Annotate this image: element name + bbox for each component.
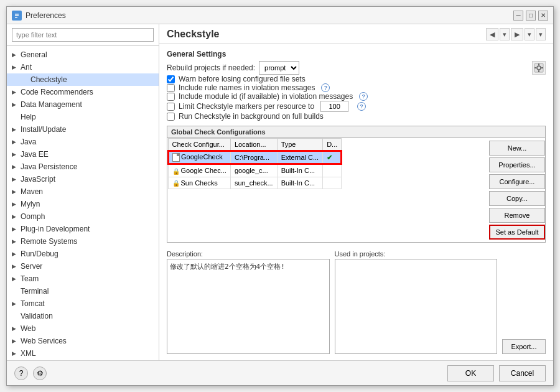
- tree-item-label: Ant: [21, 63, 154, 72]
- used-in-textarea[interactable]: [335, 259, 498, 354]
- tree-item-tomcat[interactable]: ▶Tomcat: [7, 297, 159, 310]
- tree-arrow: ▶: [12, 350, 19, 357]
- run-background-label: Run Checkstyle in background on full bui…: [179, 112, 324, 121]
- close-button[interactable]: ✕: [538, 11, 548, 21]
- general-settings-section: General Settings Rebuild projects if nee…: [167, 50, 546, 121]
- limit-value-input[interactable]: [320, 101, 348, 112]
- tree-arrow: ▶: [12, 189, 19, 195]
- tree-item-javapersistence[interactable]: ▶Java Persistence: [7, 161, 159, 173]
- tree-item-label: Team: [21, 274, 154, 283]
- tree-arrow: ▶: [12, 338, 19, 344]
- tree-arrow: ▶: [12, 89, 19, 95]
- window-controls: ─ □ ✕: [513, 11, 548, 21]
- tree-item-label: Java: [21, 138, 154, 146]
- tree-item-xml[interactable]: ▶XML: [7, 347, 159, 360]
- copy-button[interactable]: Copy...: [489, 191, 545, 206]
- remove-button[interactable]: Remove: [489, 208, 545, 223]
- rebuild-select[interactable]: promptneveralways: [259, 61, 299, 75]
- tree-area: ▶General▶AntCheckstyle▶Code Recommenders…: [7, 46, 159, 360]
- tree-arrow: ▶: [12, 176, 19, 182]
- tree-item-plug-indevelopment[interactable]: ▶Plug-in Development: [7, 223, 159, 235]
- svg-rect-9: [541, 67, 543, 68]
- tree-item-terminal[interactable]: Terminal: [7, 285, 159, 297]
- run-background-checkbox[interactable]: [167, 113, 175, 121]
- bottom-left-buttons: ? ⚙: [14, 366, 47, 380]
- rule-names-help-icon[interactable]: ?: [321, 83, 330, 92]
- tree-item-java[interactable]: ▶Java: [7, 136, 159, 148]
- col-header: D...: [323, 139, 342, 151]
- used-in-box: Used in projects:: [335, 250, 498, 354]
- tree-item-ant[interactable]: ▶Ant: [7, 61, 159, 73]
- nav-buttons: ◀ ▾ ▶ ▾ ▾: [486, 28, 546, 40]
- tree-item-checkstyle[interactable]: Checkstyle: [7, 73, 159, 86]
- nav-forward-button[interactable]: ▶: [511, 28, 523, 40]
- limit-help-icon[interactable]: ?: [357, 102, 366, 111]
- tree-item-web[interactable]: ▶Web: [7, 322, 159, 335]
- tree-item-datamanagement[interactable]: ▶Data Management: [7, 98, 159, 111]
- used-in-label: Used in projects:: [335, 250, 498, 258]
- description-box: Description:: [167, 250, 330, 354]
- tree-arrow: ▶: [12, 263, 19, 269]
- warn-row: Warn before losing configured file sets: [167, 75, 546, 83]
- tree-item-run-debug[interactable]: ▶Run/Debug: [7, 248, 159, 260]
- include-module-id-checkbox[interactable]: [167, 93, 175, 101]
- tree-item-label: Code Recommenders: [21, 88, 154, 96]
- svg-rect-1: [15, 14, 19, 15]
- tree-item-label: XML: [21, 349, 154, 358]
- nav-back-button[interactable]: ◀: [486, 28, 498, 40]
- tree-arrow: ▶: [12, 64, 19, 70]
- filter-box: [7, 24, 159, 46]
- cell-name: 🔒Google Chec...: [168, 164, 230, 177]
- minimize-button[interactable]: ─: [513, 11, 523, 21]
- cancel-button[interactable]: Cancel: [499, 365, 546, 381]
- filter-input[interactable]: [12, 28, 154, 42]
- svg-rect-7: [538, 70, 539, 72]
- tree-item-javaee[interactable]: ▶Java EE: [7, 148, 159, 161]
- tree-item-maven[interactable]: ▶Maven: [7, 185, 159, 198]
- maximize-button[interactable]: □: [526, 11, 536, 21]
- include-rule-names-checkbox[interactable]: [167, 84, 175, 92]
- tree-item-label: JavaScript: [21, 175, 154, 184]
- ok-button[interactable]: OK: [447, 365, 494, 381]
- tree-item-coderecommenders[interactable]: ▶Code Recommenders: [7, 86, 159, 98]
- tree-item-webservices[interactable]: ▶Web Services: [7, 335, 159, 347]
- table-row[interactable]: 🔒Google Chec...google_c...Built-In C...: [168, 164, 342, 177]
- svg-rect-8: [534, 67, 536, 68]
- table-row[interactable]: GoogleCheckC:\Progra...External C...✔: [168, 151, 342, 164]
- description-textarea[interactable]: [167, 259, 330, 354]
- properties-button[interactable]: Properties...: [489, 157, 545, 172]
- svg-rect-3: [15, 17, 17, 18]
- help-button[interactable]: ?: [14, 366, 28, 380]
- settings-button[interactable]: ⚙: [33, 366, 47, 380]
- export-button[interactable]: Export...: [502, 339, 546, 354]
- warn-checkbox[interactable]: [167, 75, 175, 83]
- nav-menu-dropdown[interactable]: ▾: [536, 28, 546, 40]
- tree-item-validation[interactable]: Validation: [7, 310, 159, 322]
- limit-markers-checkbox[interactable]: [167, 103, 175, 111]
- left-panel: ▶General▶AntCheckstyle▶Code Recommenders…: [7, 24, 159, 360]
- configure-button[interactable]: Configure...: [489, 174, 545, 189]
- tree-item-general[interactable]: ▶General: [7, 49, 159, 61]
- tree-item-help[interactable]: Help: [7, 111, 159, 123]
- tree-item-team[interactable]: ▶Team: [7, 273, 159, 285]
- tree-item-label: Remote Systems: [21, 237, 154, 246]
- settings-icon-button[interactable]: [532, 61, 546, 75]
- content-area: ▶General▶AntCheckstyle▶Code Recommenders…: [7, 24, 553, 360]
- tree-item-mylyn[interactable]: ▶Mylyn: [7, 198, 159, 210]
- nav-back-dropdown[interactable]: ▾: [500, 28, 510, 40]
- right-content: General Settings Rebuild projects if nee…: [159, 44, 553, 360]
- table-row[interactable]: 🔒Sun Checkssun_check...Built-In C...: [168, 177, 342, 189]
- module-id-help-icon[interactable]: ?: [359, 92, 368, 101]
- set-default-button[interactable]: Set as Default: [489, 225, 545, 240]
- tree-item-label: Tomcat: [21, 299, 154, 308]
- nav-forward-dropdown[interactable]: ▾: [525, 28, 534, 40]
- tree-item-javascript[interactable]: ▶JavaScript: [7, 173, 159, 185]
- tree-item-install-update[interactable]: ▶Install/Update: [7, 123, 159, 136]
- tree-item-server[interactable]: ▶Server: [7, 260, 159, 273]
- tree-item-oomph[interactable]: ▶Oomph: [7, 210, 159, 223]
- cell-type: Built-In C...: [277, 177, 323, 189]
- title-bar: Preferences ─ □ ✕: [7, 7, 553, 24]
- tree-item-label: Web: [21, 324, 154, 333]
- tree-item-remotesystems[interactable]: ▶Remote Systems: [7, 235, 159, 248]
- new-button[interactable]: New...: [489, 141, 545, 156]
